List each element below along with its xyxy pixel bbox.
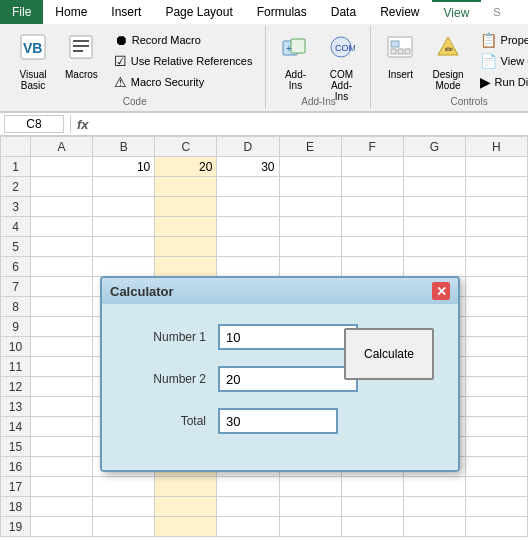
cell-E4[interactable] — [279, 217, 341, 237]
cell-H15[interactable] — [465, 437, 527, 457]
cell-A4[interactable] — [31, 217, 93, 237]
view-code-button[interactable]: 📄 View Code — [475, 51, 528, 71]
cell-C18[interactable] — [155, 497, 217, 517]
cell-A2[interactable] — [31, 177, 93, 197]
cell-H3[interactable] — [465, 197, 527, 217]
cell-H8[interactable] — [465, 297, 527, 317]
cell-G6[interactable] — [403, 257, 465, 277]
cell-D6[interactable] — [217, 257, 279, 277]
cell-A8[interactable] — [31, 297, 93, 317]
cell-H9[interactable] — [465, 317, 527, 337]
cell-C4[interactable] — [155, 217, 217, 237]
cell-H4[interactable] — [465, 217, 527, 237]
cell-E6[interactable] — [279, 257, 341, 277]
cell-H6[interactable] — [465, 257, 527, 277]
cell-E1[interactable] — [279, 157, 341, 177]
cell-A18[interactable] — [31, 497, 93, 517]
cell-C3[interactable] — [155, 197, 217, 217]
cell-A19[interactable] — [31, 517, 93, 537]
cell-G19[interactable] — [403, 517, 465, 537]
cell-H10[interactable] — [465, 337, 527, 357]
relative-refs-button[interactable]: ☑ Use Relative References — [109, 51, 258, 71]
cell-H16[interactable] — [465, 457, 527, 477]
tab-developer[interactable]: S — [481, 0, 512, 24]
tab-page-layout[interactable]: Page Layout — [153, 0, 244, 24]
run-dialog-button[interactable]: ▶ Run Dialog — [475, 72, 528, 92]
tab-view[interactable]: View — [432, 0, 482, 24]
number2-input[interactable] — [218, 366, 358, 392]
insert-button[interactable]: Insert — [379, 28, 421, 85]
macro-security-button[interactable]: ⚠ Macro Security — [109, 72, 258, 92]
cell-A12[interactable] — [31, 377, 93, 397]
total-input[interactable] — [218, 408, 338, 434]
modal-close-button[interactable]: ✕ — [432, 282, 450, 300]
cell-B19[interactable] — [93, 517, 155, 537]
col-header-g[interactable]: G — [403, 137, 465, 157]
cell-G18[interactable] — [403, 497, 465, 517]
cell-B3[interactable] — [93, 197, 155, 217]
cell-B17[interactable] — [93, 477, 155, 497]
macros-button[interactable]: Macros — [58, 28, 105, 85]
cell-C1[interactable]: 20 — [155, 157, 217, 177]
cell-D4[interactable] — [217, 217, 279, 237]
calculate-button[interactable]: Calculate — [344, 328, 434, 380]
col-header-f[interactable]: F — [341, 137, 403, 157]
tab-insert[interactable]: Insert — [99, 0, 153, 24]
cell-D1[interactable]: 30 — [217, 157, 279, 177]
cell-D5[interactable] — [217, 237, 279, 257]
cell-C17[interactable] — [155, 477, 217, 497]
cell-G5[interactable] — [403, 237, 465, 257]
cell-G1[interactable] — [403, 157, 465, 177]
cell-B18[interactable] — [93, 497, 155, 517]
cell-B2[interactable] — [93, 177, 155, 197]
cell-G17[interactable] — [403, 477, 465, 497]
cell-E17[interactable] — [279, 477, 341, 497]
cell-E18[interactable] — [279, 497, 341, 517]
cell-F3[interactable] — [341, 197, 403, 217]
cell-F18[interactable] — [341, 497, 403, 517]
cell-H13[interactable] — [465, 397, 527, 417]
cell-B6[interactable] — [93, 257, 155, 277]
cell-H17[interactable] — [465, 477, 527, 497]
cell-C19[interactable] — [155, 517, 217, 537]
col-header-d[interactable]: D — [217, 137, 279, 157]
col-header-h[interactable]: H — [465, 137, 527, 157]
visual-basic-button[interactable]: VB VisualBasic — [12, 28, 54, 96]
cell-A6[interactable] — [31, 257, 93, 277]
cell-A7[interactable] — [31, 277, 93, 297]
add-ins-button[interactable]: + Add-Ins — [274, 28, 316, 96]
cell-A3[interactable] — [31, 197, 93, 217]
cell-A9[interactable] — [31, 317, 93, 337]
cell-F1[interactable] — [341, 157, 403, 177]
col-header-c[interactable]: C — [155, 137, 217, 157]
cell-C6[interactable] — [155, 257, 217, 277]
cell-F4[interactable] — [341, 217, 403, 237]
cell-H18[interactable] — [465, 497, 527, 517]
cell-A16[interactable] — [31, 457, 93, 477]
tab-review[interactable]: Review — [368, 0, 431, 24]
cell-F2[interactable] — [341, 177, 403, 197]
tab-home[interactable]: Home — [43, 0, 99, 24]
cell-A15[interactable] — [31, 437, 93, 457]
cell-H14[interactable] — [465, 417, 527, 437]
col-header-e[interactable]: E — [279, 137, 341, 157]
cell-E3[interactable] — [279, 197, 341, 217]
cell-A1[interactable] — [31, 157, 93, 177]
cell-D19[interactable] — [217, 517, 279, 537]
cell-A5[interactable] — [31, 237, 93, 257]
cell-F6[interactable] — [341, 257, 403, 277]
cell-H19[interactable] — [465, 517, 527, 537]
cell-H5[interactable] — [465, 237, 527, 257]
cell-A14[interactable] — [31, 417, 93, 437]
col-header-b[interactable]: B — [93, 137, 155, 157]
tab-data[interactable]: Data — [319, 0, 368, 24]
cell-A10[interactable] — [31, 337, 93, 357]
cell-A17[interactable] — [31, 477, 93, 497]
cell-H12[interactable] — [465, 377, 527, 397]
cell-G3[interactable] — [403, 197, 465, 217]
tab-file[interactable]: File — [0, 0, 43, 24]
cell-D18[interactable] — [217, 497, 279, 517]
cell-E19[interactable] — [279, 517, 341, 537]
cell-B4[interactable] — [93, 217, 155, 237]
cell-A11[interactable] — [31, 357, 93, 377]
